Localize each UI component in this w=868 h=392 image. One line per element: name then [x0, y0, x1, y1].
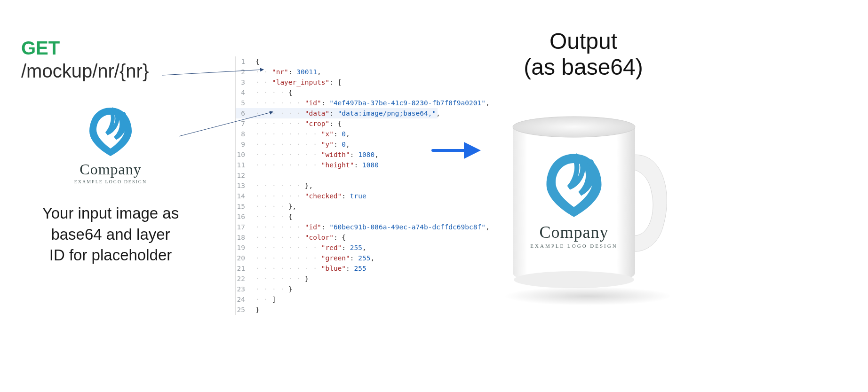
company-logo-icon — [543, 150, 605, 219]
http-method: GET — [21, 38, 200, 59]
output-panel: Output (as base64) — [480, 28, 687, 301]
input-caption: Your input image as base64 and layer ID … — [21, 203, 200, 266]
line-number: 16 — [236, 212, 250, 222]
mug-shadow — [503, 287, 673, 306]
line-number: 4 — [236, 87, 250, 98]
svg-point-0 — [513, 117, 635, 137]
code-content: · · · · }, — [250, 201, 296, 212]
code-content: · · · · { — [250, 212, 293, 222]
logo-title: Company — [21, 161, 200, 178]
code-line: 20· · · · · · · · "green": 255, — [236, 253, 438, 263]
svg-point-1 — [514, 271, 634, 288]
code-line: 6· · · · · · "data": "data:image/png;bas… — [236, 108, 438, 118]
line-number: 3 — [236, 77, 250, 87]
code-content: · · · · · · "crop": { — [250, 118, 342, 129]
code-content: · · · · · · "data": "data:image/png;base… — [250, 108, 440, 118]
output-title: Output (as base64) — [480, 28, 687, 80]
code-content: · · · · · · · · "x": 0, — [250, 129, 350, 139]
code-line: 3· · "layer_inputs": [ — [236, 77, 438, 87]
code-content: · · · · · · "id": "60bec91b-086a-49ec-a7… — [250, 222, 490, 232]
line-number: 25 — [236, 305, 250, 315]
line-number: 19 — [236, 243, 250, 253]
http-endpoint: /mockup/nr/{nr} — [21, 61, 200, 82]
code-content: · · · · · · "id": "4ef497ba-37be-41c9-82… — [250, 98, 490, 108]
input-panel: GET /mockup/nr/{nr} Company EXAMPLE LOGO… — [21, 38, 200, 266]
code-line: 1{ — [236, 56, 438, 67]
line-number: 8 — [236, 129, 250, 139]
code-line: 12 — [236, 170, 438, 180]
code-line: 13· · · · · · }, — [236, 180, 438, 191]
code-line: 2· · "nr": 30011, — [236, 67, 438, 77]
line-number: 17 — [236, 222, 250, 232]
code-line: 25} — [236, 305, 438, 315]
code-content: · · · · · · "color": { — [250, 232, 346, 243]
code-line: 14· · · · · · "checked": true — [236, 191, 438, 201]
line-number: 11 — [236, 160, 250, 170]
code-line: 15· · · · }, — [236, 201, 438, 212]
line-number: 18 — [236, 232, 250, 243]
line-number: 6 — [236, 108, 250, 118]
line-number: 9 — [236, 139, 250, 149]
mug-logo-subtitle: EXAMPLE LOGO DESIGN — [518, 243, 630, 249]
line-number: 21 — [236, 263, 250, 274]
line-number: 2 — [236, 67, 250, 77]
logo-subtitle: EXAMPLE LOGO DESIGN — [21, 179, 200, 184]
input-logo: Company EXAMPLE LOGO DESIGN — [21, 105, 200, 184]
code-content: · · · · · · · · "green": 255, — [250, 253, 374, 263]
line-number: 10 — [236, 149, 250, 160]
code-line: 24· · ] — [236, 294, 438, 305]
code-line: 9· · · · · · · · "y": 0, — [236, 139, 438, 149]
line-number: 12 — [236, 170, 250, 180]
line-number: 7 — [236, 118, 250, 129]
json-code-block: 1{2· · "nr": 30011,3· · "layer_inputs": … — [235, 56, 438, 315]
mug-printed-logo: Company EXAMPLE LOGO DESIGN — [518, 150, 630, 249]
code-line: 19· · · · · · · · "red": 255, — [236, 243, 438, 253]
line-number: 22 — [236, 274, 250, 284]
code-line: 23· · · · } — [236, 284, 438, 294]
code-content: · · · · · · · · "red": 255, — [250, 243, 366, 253]
code-content: · · · · · · } — [250, 274, 309, 284]
line-number: 5 — [236, 98, 250, 108]
line-number: 1 — [236, 56, 250, 67]
line-number: 24 — [236, 294, 250, 305]
line-number: 13 — [236, 180, 250, 191]
code-line: 4· · · · { — [236, 87, 438, 98]
code-content: · · · · · · · · "width": 1080, — [250, 149, 379, 160]
line-number: 20 — [236, 253, 250, 263]
mug-mockup: Company EXAMPLE LOGO DESIGN — [494, 99, 673, 301]
line-number: 14 — [236, 191, 250, 201]
code-content — [250, 170, 255, 180]
code-content: { — [250, 56, 260, 67]
code-content: · · · · · · · · "blue": 255 — [250, 263, 366, 274]
code-line: 8· · · · · · · · "x": 0, — [236, 129, 438, 139]
code-content: · · ] — [250, 294, 276, 305]
code-line: 22· · · · · · } — [236, 274, 438, 284]
company-logo-icon — [87, 105, 134, 157]
code-line: 7· · · · · · "crop": { — [236, 118, 438, 129]
code-line: 10· · · · · · · · "width": 1080, — [236, 149, 438, 160]
code-content: · · "layer_inputs": [ — [250, 77, 342, 87]
code-content: } — [250, 305, 260, 315]
code-content: · · · · · · · · "height": 1080 — [250, 160, 379, 170]
code-content: · · · · · · "checked": true — [250, 191, 366, 201]
code-line: 17· · · · · · "id": "60bec91b-086a-49ec-… — [236, 222, 438, 232]
mug-logo-title: Company — [518, 222, 630, 242]
code-content: · · "nr": 30011, — [250, 67, 321, 77]
code-content: · · · · { — [250, 87, 293, 98]
code-line: 5· · · · · · "id": "4ef497ba-37be-41c9-8… — [236, 98, 438, 108]
line-number: 23 — [236, 284, 250, 294]
code-line: 11· · · · · · · · "height": 1080 — [236, 160, 438, 170]
code-content: · · · · · · }, — [250, 180, 313, 191]
code-line: 21· · · · · · · · "blue": 255 — [236, 263, 438, 274]
code-line: 18· · · · · · "color": { — [236, 232, 438, 243]
line-number: 15 — [236, 201, 250, 212]
code-content: · · · · · · · · "y": 0, — [250, 139, 350, 149]
code-line: 16· · · · { — [236, 212, 438, 222]
code-content: · · · · } — [250, 284, 293, 294]
